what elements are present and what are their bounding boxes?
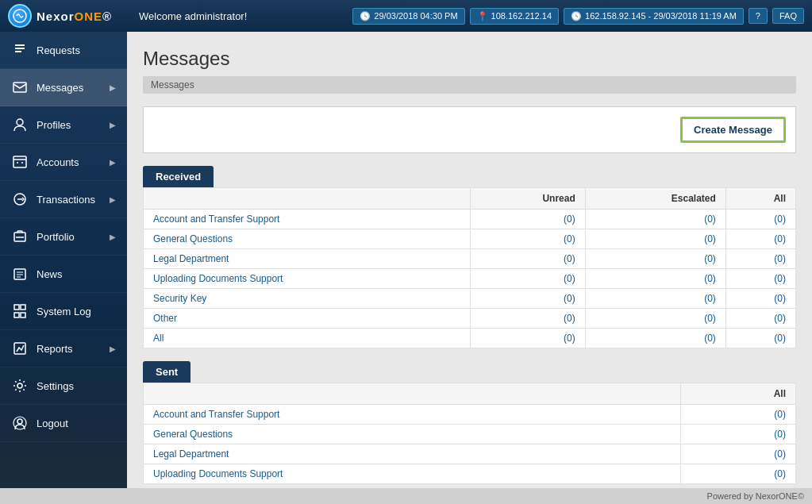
- received-col-escalated: Escalated: [585, 188, 725, 210]
- received-escalated[interactable]: (0): [585, 289, 725, 309]
- table-row: General Questions (0) (0) (0): [144, 229, 796, 249]
- received-escalated[interactable]: (0): [585, 309, 725, 329]
- sidebar-label-messages: Messages: [37, 82, 102, 94]
- messages-icon: [11, 79, 29, 96]
- sidebar-item-portfolio[interactable]: Portfolio ▶: [0, 218, 127, 256]
- logo-icon: [8, 4, 32, 28]
- sent-all[interactable]: (0): [681, 425, 796, 444]
- table-row: Legal Department (0): [144, 444, 796, 464]
- sidebar-item-reports[interactable]: Reports ▶: [0, 330, 127, 367]
- action-bar: Create Message: [143, 106, 796, 153]
- received-escalated[interactable]: (0): [585, 269, 725, 289]
- reports-icon: [11, 340, 29, 357]
- footer-text: Powered by NexorONE©: [707, 491, 804, 501]
- sidebar-item-requests[interactable]: Requests: [0, 32, 127, 69]
- history-icon: 🕓: [571, 11, 582, 21]
- sent-table: All Account and Transfer Support (0) Gen…: [143, 383, 796, 484]
- received-escalated[interactable]: (0): [585, 210, 725, 229]
- sent-col-category: [144, 383, 681, 405]
- received-escalated[interactable]: (0): [585, 329, 725, 348]
- received-header-row: Unread Escalated All: [144, 188, 796, 210]
- received-all[interactable]: (0): [725, 309, 795, 329]
- sent-col-all: All: [681, 383, 796, 405]
- sidebar-label-portfolio: Portfolio: [37, 231, 102, 243]
- received-category[interactable]: Other: [144, 309, 471, 329]
- svg-rect-9: [14, 313, 19, 317]
- welcome-text: Welcome administrator!: [139, 10, 344, 22]
- portfolio-icon: [11, 228, 29, 245]
- sidebar-item-transactions[interactable]: Transactions ▶: [0, 181, 127, 218]
- sidebar-item-accounts[interactable]: Accounts ▶: [0, 144, 127, 181]
- table-row: All (0) (0) (0): [144, 329, 796, 348]
- sent-category[interactable]: Legal Department: [144, 444, 681, 464]
- received-category[interactable]: Uploading Documents Support: [144, 269, 471, 289]
- received-all[interactable]: (0): [725, 269, 795, 289]
- received-all[interactable]: (0): [725, 249, 795, 269]
- received-all[interactable]: (0): [725, 329, 795, 348]
- svg-point-12: [17, 383, 22, 388]
- received-unread[interactable]: (0): [470, 309, 585, 329]
- sidebar-item-news[interactable]: News: [0, 256, 127, 293]
- received-col-all: All: [725, 188, 795, 210]
- header: NexorONE® Welcome administrator! 🕓 29/03…: [0, 0, 812, 32]
- sidebar-item-logout[interactable]: Logout: [0, 405, 127, 442]
- breadcrumb: Messages: [143, 76, 796, 94]
- sent-all[interactable]: (0): [681, 405, 796, 425]
- table-row: Uploading Documents Support (0): [144, 464, 796, 484]
- svg-rect-1: [13, 83, 26, 92]
- received-category[interactable]: Account and Transfer Support: [144, 210, 471, 229]
- received-unread[interactable]: (0): [470, 329, 585, 348]
- accounts-icon: [11, 153, 29, 171]
- received-all[interactable]: (0): [725, 289, 795, 309]
- faq-button[interactable]: FAQ: [772, 8, 804, 24]
- received-category[interactable]: General Questions: [144, 229, 471, 249]
- create-message-button[interactable]: Create Message: [680, 117, 786, 143]
- sidebar-label-requests: Requests: [37, 44, 116, 56]
- received-category[interactable]: Legal Department: [144, 249, 471, 269]
- clock-icon: 🕓: [360, 11, 371, 21]
- sent-category[interactable]: Uploading Documents Support: [144, 464, 681, 484]
- received-escalated[interactable]: (0): [585, 229, 725, 249]
- sent-all[interactable]: (0): [681, 464, 796, 484]
- sent-section-header: Sent: [143, 361, 796, 383]
- received-tab: Received: [143, 166, 214, 187]
- received-unread[interactable]: (0): [470, 229, 585, 249]
- svg-rect-8: [21, 305, 25, 310]
- body-area: Requests Messages ▶ Profiles ▶ Accounts …: [0, 32, 812, 488]
- svg-point-13: [17, 419, 22, 424]
- received-unread[interactable]: (0): [470, 289, 585, 309]
- received-all[interactable]: (0): [725, 210, 795, 229]
- sidebar-label-transactions: Transactions: [37, 194, 102, 206]
- received-unread[interactable]: (0): [470, 249, 585, 269]
- received-all[interactable]: (0): [725, 229, 795, 249]
- sidebar-item-settings[interactable]: Settings: [0, 367, 127, 405]
- sidebar-item-profiles[interactable]: Profiles ▶: [0, 106, 127, 144]
- received-escalated[interactable]: (0): [585, 249, 725, 269]
- accounts-arrow: ▶: [110, 158, 116, 167]
- sidebar-label-settings: Settings: [37, 380, 116, 392]
- logo: NexorONE®: [8, 4, 131, 28]
- table-row: Other (0) (0) (0): [144, 309, 796, 329]
- sent-category[interactable]: Account and Transfer Support: [144, 405, 681, 425]
- header-right: 🕓 29/03/2018 04:30 PM 📍 108.162.212.14 🕓…: [352, 8, 804, 25]
- logo-text: NexorONE®: [37, 10, 112, 23]
- received-unread[interactable]: (0): [470, 269, 585, 289]
- reports-arrow: ▶: [110, 344, 116, 353]
- transactions-icon: [11, 190, 29, 208]
- received-category[interactable]: All: [144, 329, 471, 348]
- received-unread[interactable]: (0): [470, 210, 585, 229]
- sent-all[interactable]: (0): [681, 444, 796, 464]
- page-title: Messages: [143, 48, 796, 70]
- sidebar-label-accounts: Accounts: [37, 156, 102, 168]
- datetime-badge: 🕓 29/03/2018 04:30 PM: [352, 8, 464, 25]
- sidebar-item-messages[interactable]: Messages ▶: [0, 69, 127, 106]
- received-category[interactable]: Security Key: [144, 289, 471, 309]
- sidebar-item-system-log[interactable]: System Log: [0, 293, 127, 330]
- received-col-unread: Unread: [470, 188, 585, 210]
- received-section-header: Received: [143, 166, 796, 187]
- settings-icon: [11, 377, 29, 394]
- sent-category[interactable]: General Questions: [144, 425, 681, 444]
- received-col-category: [144, 188, 471, 210]
- svg-rect-7: [14, 305, 19, 310]
- help-button[interactable]: ?: [749, 8, 768, 24]
